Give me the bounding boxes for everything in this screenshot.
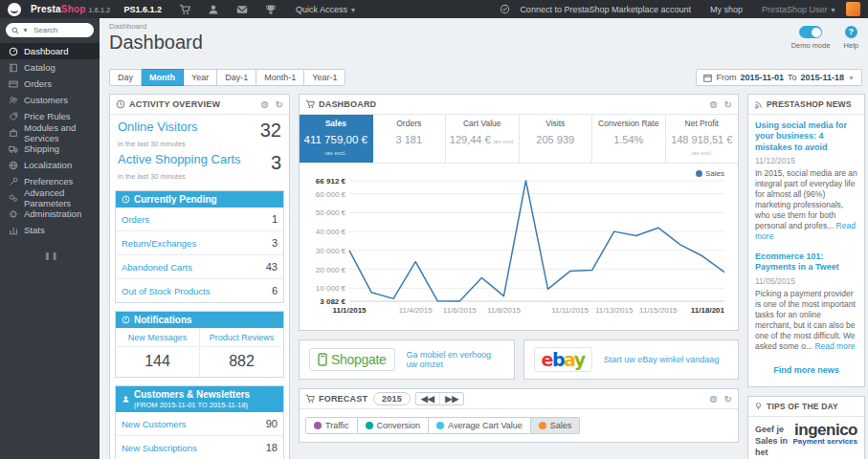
panel-refresh-icon[interactable]: ↻ — [723, 99, 732, 110]
clock-icon — [122, 195, 130, 204]
gear-icon — [9, 209, 18, 219]
panel-settings-icon[interactable]: ⚙ — [709, 394, 718, 404]
gears-icon — [9, 193, 18, 203]
forecast-avg-cart-button[interactable]: Average Cart Value — [429, 417, 531, 434]
truck-icon — [9, 144, 18, 154]
user-icon[interactable] — [208, 4, 219, 15]
mail-icon[interactable] — [236, 4, 248, 15]
forecast-panel: FORECAST 2015 ◀◀ ▶▶ ⚙ ↻ Traffic — [299, 388, 739, 443]
trophy-icon[interactable] — [265, 4, 277, 15]
sidebar-item-localization[interactable]: Localization — [0, 157, 100, 173]
forecast-year[interactable]: 2015 — [373, 392, 411, 405]
svg-text:11/8/2015: 11/8/2015 — [487, 306, 522, 315]
news-article-title[interactable]: Using social media for your business: 4 … — [755, 120, 857, 153]
online-visitors-link[interactable]: Online Visitors — [118, 120, 198, 134]
user-avatar[interactable] — [846, 2, 860, 16]
pending-row-out-of-stock: Out of Stock Products6 — [116, 279, 283, 302]
main-content: Dashboard Dashboard Demo mode ? Help Day… — [100, 18, 868, 459]
marketplace-link[interactable]: Connect to PrestaShop Marketplace accoun… — [520, 5, 691, 14]
my-shop-link[interactable]: My shop — [710, 5, 743, 14]
currently-pending-section: Currently Pending Orders1 Return/Exchang… — [115, 190, 284, 303]
sidebar-item-stats[interactable]: Stats — [0, 222, 100, 238]
sidebar-item-catalog[interactable]: Catalog — [0, 59, 100, 76]
kpi-conversion-rate[interactable]: Conversion Rate 1.54% — [592, 115, 666, 163]
panel-settings-icon[interactable]: ⚙ — [709, 99, 718, 110]
forecast-sales-button[interactable]: Sales — [531, 417, 581, 434]
news-article-title[interactable]: Ecommerce 101: Payments in a Tweet — [755, 251, 857, 273]
sidebar-item-administration[interactable]: Administration — [0, 206, 100, 222]
calendar-icon — [703, 74, 712, 82]
shopgate-link[interactable]: Ga mobiel en verhoog uw omzet — [407, 350, 504, 369]
product-reviews-cell: Product Reviews 882 — [200, 328, 283, 377]
wrench-icon — [9, 177, 18, 186]
demo-mode-label: Demo mode — [791, 41, 831, 50]
activity-panel-title: ACTIVITY OVERVIEW — [129, 99, 220, 109]
cart-icon[interactable] — [179, 4, 190, 15]
sidebar-search[interactable]: ▼ — [6, 23, 94, 37]
sidebar-item-dashboard[interactable]: Dashboard — [0, 43, 100, 59]
kpi-visits[interactable]: Visits 205 939 — [520, 115, 593, 163]
period-year-button[interactable]: Year — [184, 69, 217, 86]
kpi-net-profit[interactable]: Net Profit 148 918,51 € tax excl. — [666, 115, 739, 163]
lightbulb-icon — [754, 402, 763, 410]
search-scope-caret[interactable]: ▼ — [22, 27, 29, 33]
panel-settings-icon[interactable]: ⚙ — [260, 99, 269, 110]
svg-text:11/11/2015: 11/11/2015 — [551, 306, 589, 315]
kpi-orders[interactable]: Orders 3 181 — [373, 115, 447, 163]
quick-access-menu[interactable]: Quick Access ▼ — [296, 5, 356, 14]
user-menu[interactable]: PrestaShop User ▼ — [762, 5, 836, 14]
period-button-group: Day Month Year Day-1 Month-1 Year-1 — [109, 69, 345, 86]
panel-refresh-icon[interactable]: ↻ — [275, 99, 283, 110]
svg-text:11/18/201: 11/18/201 — [691, 306, 725, 315]
panel-refresh-icon[interactable]: ↻ — [723, 394, 732, 404]
pending-row-returns: Return/Exchanges3 — [116, 231, 283, 255]
sidebar-collapse-icon[interactable]: ❚❚ — [44, 251, 56, 260]
read-more-link[interactable]: Read more — [814, 341, 855, 351]
globe-icon — [9, 161, 18, 170]
pending-row-orders: Orders1 — [116, 208, 283, 231]
tips-of-the-day-panel: TIPS OF THE DAY ingenico Payment service… — [747, 396, 865, 459]
forecast-panel-title: FORECAST — [319, 394, 367, 404]
forecast-next-button[interactable]: ▶▶ — [440, 393, 463, 404]
period-month-1-button[interactable]: Month-1 — [256, 69, 304, 86]
sidebar-item-advanced-parameters[interactable]: Advanced Parameters — [0, 189, 100, 206]
chart-legend[interactable]: Sales — [696, 169, 724, 178]
sidebar-item-customers[interactable]: Customers — [0, 92, 100, 108]
search-input[interactable] — [32, 25, 85, 35]
tag-icon — [9, 112, 18, 121]
period-year-1-button[interactable]: Year-1 — [304, 69, 345, 86]
active-carts-link[interactable]: Active Shopping Carts — [118, 152, 241, 166]
bar-chart-icon — [9, 226, 18, 235]
date-range-picker[interactable]: From2015-11-01 To2015-11-18 ▼ — [696, 69, 862, 86]
svg-text:10 000 €: 10 000 € — [316, 284, 346, 293]
sidebar-item-modules[interactable]: Modules and Services — [0, 124, 100, 141]
help-control: ? Help — [844, 26, 858, 50]
period-day-1-button[interactable]: Day-1 — [217, 69, 256, 86]
find-more-news-link[interactable]: Find more news — [755, 361, 857, 382]
customer-icon — [122, 395, 130, 404]
period-month-button[interactable]: Month — [142, 69, 184, 86]
period-day-button[interactable]: Day — [109, 69, 142, 86]
forecast-traffic-button[interactable]: Traffic — [305, 417, 358, 434]
svg-text:30 000 €: 30 000 € — [316, 247, 346, 255]
breadcrumb[interactable]: Dashboard — [100, 18, 868, 31]
legend-dot — [696, 170, 702, 177]
ebay-link[interactable]: Start uw eBay winkel vandaag — [604, 355, 720, 364]
kpi-sales[interactable]: Sales 411 759,00 € tax excl. — [300, 115, 373, 163]
shopgate-module-card: Shopgate Ga mobiel en verhoog uw omzet — [299, 339, 515, 380]
dashboard-panel: DASHBOARD ⚙ ↻ Sales 411 759,00 € tax exc… — [299, 94, 739, 331]
demo-mode-toggle[interactable] — [799, 26, 822, 38]
shopgate-logo: Shopgate — [309, 348, 395, 371]
forecast-prev-button[interactable]: ◀◀ — [416, 393, 440, 404]
svg-text:40 000 €: 40 000 € — [316, 228, 346, 236]
shopgate-phone-icon — [318, 353, 327, 366]
help-icon[interactable]: ? — [845, 26, 857, 38]
sidebar-item-shipping[interactable]: Shipping — [0, 141, 100, 157]
forecast-conversion-button[interactable]: Conversion — [358, 417, 430, 434]
new-messages-cell: New Messages 144 — [116, 328, 200, 377]
kpi-cart-value[interactable]: Cart Value 129,44 € tax excl. — [446, 115, 520, 163]
puzzle-icon — [9, 128, 18, 138]
users-icon — [9, 96, 18, 105]
sidebar-item-orders[interactable]: Orders — [0, 76, 100, 92]
activity-overview-panel: ACTIVITY OVERVIEW ⚙ ↻ Online Visitors 32… — [109, 94, 290, 459]
